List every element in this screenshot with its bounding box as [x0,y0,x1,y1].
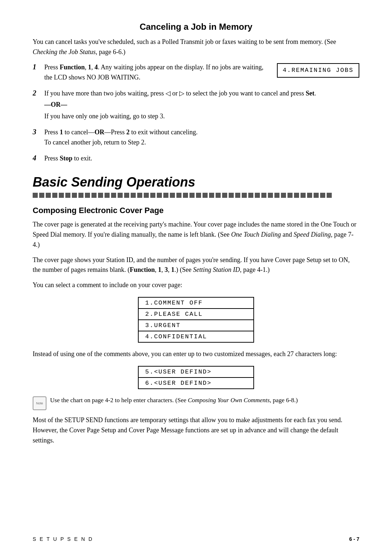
step-3: 3 Press 1 to cancel—OR—Press 2 to exit w… [33,127,359,148]
lcd-menu-item-6: 6.<USER DEFIND> [138,377,254,389]
step-1: 1 Press Function, 1, 4. Any waiting jobs… [33,62,359,83]
chapter-title: Basic Sending Operations [33,175,359,190]
lcd-menu-item-3: 3.URGENT [138,319,254,331]
lcd-menu-comments: 1.COMMENT OFF 2.PLEASE CALL 3.URGENT 4.C… [33,297,359,343]
composing-para5: Most of the SETUP SEND functions are tem… [33,415,359,446]
note-icon [33,396,46,410]
lcd-menu-item-5: 5.<USER DEFIND> [138,366,254,377]
step-3-content: Press 1 to cancel—OR—Press 2 to exit wit… [44,127,359,148]
lcd-menu-item-4: 4.CONFIDENTIAL [138,331,254,343]
step-3-number: 3 [33,127,44,136]
step-1-lcd: 4.REMAINING JOBS [277,63,359,78]
step-4: 4 Press Stop to exit. [33,154,359,164]
composing-para3: You can select a comment to include on y… [33,280,359,290]
lcd-menu-item-2: 2.PLEASE CALL [138,308,254,319]
note-text: Use the chart on page 4-2 to help enter … [50,396,298,405]
canceling-section-title: Canceling a Job in Memory [33,22,359,32]
step-2-number: 2 [33,89,44,97]
page-footer: S E T U P S E N D 6 - 7 [33,536,359,542]
page-container: Canceling a Job in Memory You can cancel… [0,0,392,555]
composing-para4: Instead of using one of the comments abo… [33,349,359,359]
step-1-text: Press Function, 1, 4. Any waiting jobs a… [44,62,270,83]
footer-right-text: 6 - 7 [349,536,359,542]
step-1-number: 1 [33,62,44,71]
step-1-content: Press Function, 1, 4. Any waiting jobs a… [44,62,359,83]
lcd-menu-user-defined: 5.<USER DEFIND> 6.<USER DEFIND> [33,366,359,389]
chapter-divider [33,193,359,198]
composing-para1: The cover page is generated at the recei… [33,220,359,250]
step-2-content: If you have more than two jobs waiting, … [44,89,359,122]
composing-section-title: Composing Electronic Cover Page [33,206,359,215]
step-4-content: Press Stop to exit. [44,154,359,164]
step-2-or: —OR— [44,100,359,110]
composing-para2: The cover page shows your Station ID, an… [33,255,359,276]
footer-left-text: S E T U P S E N D [33,536,93,542]
step-2: 2 If you have more than two jobs waiting… [33,89,359,122]
note-block: Use the chart on page 4-2 to help enter … [33,396,359,410]
step-4-number: 4 [33,154,44,162]
canceling-intro: You can cancel tasks you've scheduled, s… [33,37,359,57]
lcd-menu-item-1: 1.COMMENT OFF [138,297,254,308]
steps-list: 1 Press Function, 1, 4. Any waiting jobs… [33,62,359,164]
